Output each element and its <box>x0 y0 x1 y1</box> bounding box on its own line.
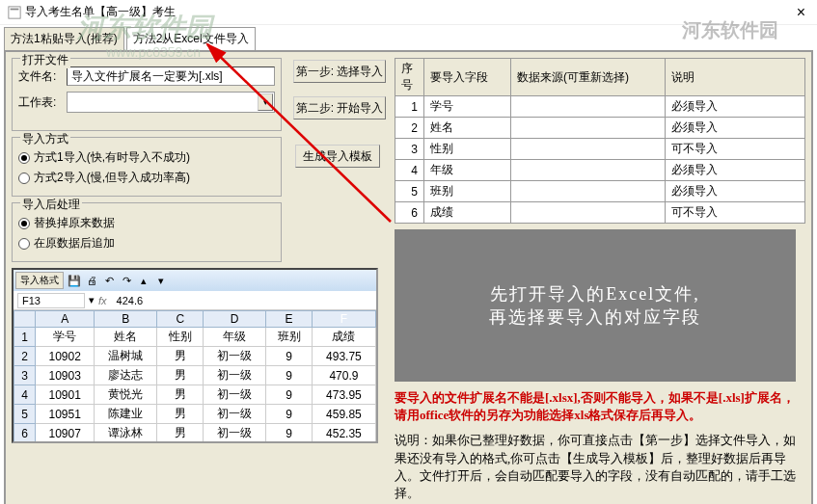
undo-icon[interactable]: ↶ <box>101 273 117 288</box>
excel-row: 1学号姓名性别年级班别成绩 <box>14 328 376 347</box>
radio-icon <box>18 218 30 229</box>
window-title: 导入考生名单【高一级】考生 <box>25 4 789 20</box>
excel-row: 310903廖达志男初一级9470.9 <box>14 366 376 385</box>
col-source: 数据来源(可重新选择) <box>511 59 666 96</box>
import-mode-group: 导入方式 方式1导入(快,有时导入不成功) 方式2导入(慢,但导入成功率高) <box>12 137 282 197</box>
col-note: 说明 <box>666 59 805 96</box>
close-button[interactable]: × <box>789 4 813 21</box>
hint-line2: 再选择要导入的对应字段 <box>489 305 701 329</box>
redo-icon[interactable]: ↷ <box>119 273 134 288</box>
excel-preview: 导入格式 💾 🖨 ↶ ↷ ▴ ▾ F13 ▾ fx 424.6 A B C <box>12 268 378 443</box>
tab-method1[interactable]: 方法1粘贴导入(推荐) <box>4 27 124 50</box>
app-icon <box>8 6 21 19</box>
post-process-group: 导入后处理 替换掉原来数据 在原数据后追加 <box>12 202 282 262</box>
table-row: 6成绩可不导入 <box>395 202 805 224</box>
content-frame: 打开文件 文件名: 工作表: ▾ 导入方式 方式1导入(快,有时导入不成功) 方… <box>4 50 813 504</box>
open-file-title: 打开文件 <box>20 52 70 68</box>
excel-tab[interactable]: 导入格式 <box>15 272 64 289</box>
open-file-group: 打开文件 文件名: 工作表: ▾ <box>12 58 282 131</box>
worksheet-label: 工作表: <box>18 94 67 111</box>
excel-row: 210902温树城男初一级9493.75 <box>14 347 376 366</box>
excel-row: 610907谭泳林男初一级9452.35 <box>14 424 376 443</box>
filename-label: 文件名: <box>18 68 67 85</box>
template-button[interactable]: 生成导入模板 <box>295 145 380 168</box>
excel-toolbar: 导入格式 💾 🖨 ↶ ↷ ▴ ▾ <box>14 270 376 291</box>
hint-line1: 先打开导入的Excel文件, <box>490 282 699 305</box>
titlebar: 导入考生名单【高一级】考生 × <box>0 0 817 25</box>
append-radio[interactable]: 在原数据后追加 <box>18 235 275 252</box>
warning-text: 要导入的文件扩展名不能是[.xlsx],否则不能导入，如果不是[.xls]扩展名… <box>395 389 805 424</box>
worksheet-combo[interactable]: ▾ <box>67 92 275 113</box>
fields-table[interactable]: 序号 要导入字段 数据来源(可重新选择) 说明 1学号必须导入 2姓名必须导入 … <box>395 58 805 224</box>
excel-row: 510951陈建业男初一级9459.85 <box>14 405 376 424</box>
post-process-title: 导入后处理 <box>20 197 82 213</box>
col-headers: A B C D E F <box>14 311 376 328</box>
tab-method2[interactable]: 方法2从Excel文件导入 <box>126 27 256 50</box>
sort-asc-icon[interactable]: ▴ <box>136 273 151 288</box>
replace-radio[interactable]: 替换掉原来数据 <box>18 215 275 231</box>
svg-rect-1 <box>11 8 19 10</box>
excel-grid[interactable]: A B C D E F 1学号姓名性别年级班别成绩 210902温树城男初一级9… <box>14 310 376 443</box>
cell-reference[interactable]: F13 <box>17 293 85 308</box>
sort-desc-icon[interactable]: ▾ <box>153 273 169 288</box>
table-row: 4年级必须导入 <box>395 160 805 181</box>
chevron-down-icon: ▾ <box>258 93 273 111</box>
step2-button[interactable]: 第二步: 开始导入 <box>293 96 386 119</box>
instruction-text: 说明：如果你已整理好数据，你可直接点击【第一步】选择文件导入，如果还没有导入的格… <box>395 432 805 502</box>
save-icon[interactable]: 💾 <box>67 273 82 288</box>
radio-icon <box>18 152 30 164</box>
mode1-radio[interactable]: 方式1导入(快,有时导入不成功) <box>18 149 275 166</box>
formula-bar: F13 ▾ fx 424.6 <box>14 291 376 310</box>
print-icon[interactable]: 🖨 <box>84 273 99 288</box>
radio-icon <box>18 172 30 184</box>
table-row: 2姓名必须导入 <box>395 118 805 139</box>
table-row: 1学号必须导入 <box>395 96 805 118</box>
fx-icon[interactable]: fx <box>95 295 111 306</box>
step1-button[interactable]: 第一步: 选择导入 <box>293 60 386 83</box>
col-seq: 序号 <box>395 59 424 96</box>
table-row: 5班别必须导入 <box>395 181 805 202</box>
filename-input[interactable] <box>67 66 275 86</box>
method-tabs: 方法1粘贴导入(推荐) 方法2从Excel文件导入 <box>4 27 813 50</box>
import-mode-title: 导入方式 <box>20 131 70 147</box>
col-field: 要导入字段 <box>424 59 511 96</box>
formula-value[interactable]: 424.6 <box>111 295 144 306</box>
table-row: 3性别可不导入 <box>395 139 805 160</box>
mode2-radio[interactable]: 方式2导入(慢,但导入成功率高) <box>18 170 275 186</box>
excel-row: 410901黄悦光男初一级9473.95 <box>14 385 376 405</box>
radio-icon <box>18 238 30 250</box>
hint-panel: 先打开导入的Excel文件, 再选择要导入的对应字段 <box>395 229 796 382</box>
